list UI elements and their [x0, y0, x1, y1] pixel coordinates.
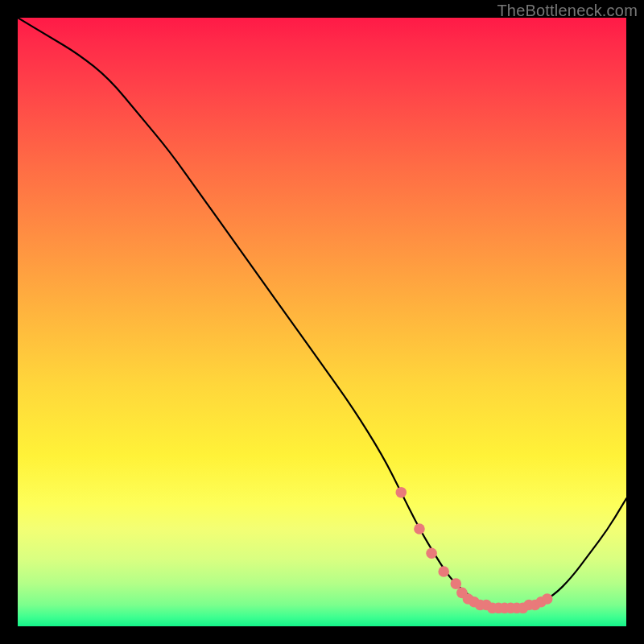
highlight-dot	[426, 547, 437, 559]
chart-frame: TheBottleneck.com	[0, 0, 644, 644]
highlight-dot	[395, 487, 407, 498]
bottleneck-curve	[18, 18, 626, 608]
highlight-dot	[542, 593, 553, 605]
curve-line	[18, 18, 626, 608]
highlight-dot	[451, 578, 462, 589]
highlight-dot	[414, 523, 425, 535]
plot-area	[18, 18, 626, 626]
highlight-dots	[395, 487, 552, 613]
highlight-dot	[438, 566, 449, 577]
attribution-label: TheBottleneck.com	[497, 2, 638, 20]
chart-svg	[18, 18, 626, 626]
